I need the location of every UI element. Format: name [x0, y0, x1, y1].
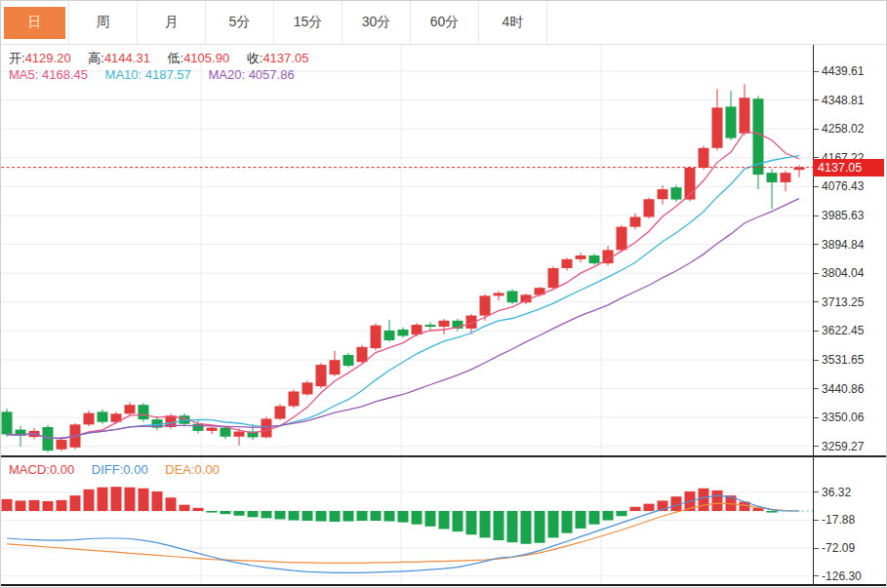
macd-bar — [425, 511, 436, 527]
candle-body — [480, 295, 491, 315]
candle-body — [548, 268, 559, 288]
candle-body — [630, 217, 641, 227]
candle-body — [671, 187, 682, 199]
ma20-line — [7, 199, 799, 439]
ohlc-legend: 开:4129.20 高:4144.31 低:4105.90 收:4137.05 — [9, 50, 322, 67]
candle-body — [726, 106, 737, 137]
price-axis-label: 3804.04 — [814, 265, 864, 281]
tab-4hour[interactable]: 4时 — [479, 1, 547, 44]
dea-value: 0.00 — [195, 462, 220, 477]
macd-bar — [139, 489, 149, 511]
macd-bar — [371, 511, 382, 521]
macd-bar — [2, 499, 13, 511]
macd-bar — [617, 511, 627, 516]
macd-bar — [507, 511, 518, 542]
tab-5min[interactable]: 5分 — [206, 1, 274, 44]
candle-body — [712, 107, 723, 147]
candle-body — [302, 382, 313, 394]
tab-month[interactable]: 月 — [138, 1, 206, 44]
tab-label: 日 — [28, 14, 42, 31]
macd-bar — [70, 495, 81, 511]
macd-bar — [234, 511, 245, 516]
candle-body — [384, 331, 395, 340]
low-value: 4105.90 — [183, 51, 229, 65]
candle-body — [221, 428, 231, 437]
macd-bar — [289, 511, 300, 521]
candle-body — [357, 347, 368, 362]
macd-axis: 36.32-17.88-72.09-126.30 — [813, 457, 886, 584]
close-label: 收: — [247, 51, 263, 65]
candle-body — [330, 360, 341, 374]
chart-widget: 日 周 月 5分 15分 30分 60分 4时 开:4129.20 高:4144… — [0, 0, 887, 588]
ma20-label: MA20: — [208, 67, 245, 82]
macd-bar — [152, 491, 163, 511]
candle-body — [425, 325, 436, 327]
macd-bar — [562, 511, 573, 533]
candle-body — [589, 255, 600, 263]
macd-bar — [603, 511, 614, 521]
candle-body — [98, 412, 108, 421]
price-axis-label: 4258.02 — [814, 121, 864, 137]
macd-bar — [166, 497, 177, 511]
macd-bar — [453, 511, 464, 531]
macd-bar — [548, 511, 559, 537]
price-axis-label: 3622.45 — [814, 323, 864, 338]
candle-body — [576, 255, 586, 259]
candle-body — [207, 428, 218, 431]
close-value: 4137.05 — [262, 51, 308, 65]
candle-body — [398, 330, 409, 336]
macd-bar — [111, 487, 122, 511]
ma10-label: MA10: — [105, 67, 142, 82]
ma5-label: MA5: — [9, 67, 38, 82]
macd-bar — [302, 511, 313, 521]
macd-bar — [316, 511, 327, 522]
tab-30min[interactable]: 30分 — [343, 1, 411, 44]
macd-bar — [248, 511, 259, 517]
tab-label: 周 — [97, 14, 110, 31]
candle-body — [740, 98, 750, 134]
macd-bar — [29, 500, 40, 511]
macd-bar — [699, 489, 709, 511]
candlestick-plot[interactable]: 开:4129.20 高:4144.31 低:4105.90 收:4137.05 … — [1, 45, 813, 455]
candle-body — [43, 427, 54, 451]
candle-body — [658, 189, 668, 199]
candle-body — [316, 365, 327, 386]
macd-bar — [466, 511, 477, 534]
macd-bar — [125, 488, 136, 511]
macd-legend: MACD:0.00 DIFF:0.00 DEA:0.00 — [9, 462, 233, 477]
price-axis-label: 3350.06 — [814, 410, 864, 425]
tab-day[interactable]: 日 — [1, 1, 69, 44]
candle-body — [2, 412, 13, 434]
candle-body — [439, 321, 450, 327]
candle-body — [139, 405, 149, 419]
macd-bar — [43, 501, 54, 511]
tab-label: 5分 — [229, 14, 251, 31]
current-price-badge: 4137.05 — [813, 159, 884, 176]
candle-body — [275, 406, 286, 418]
tab-60min[interactable]: 60分 — [411, 1, 479, 44]
price-axis-label: 3531.65 — [814, 352, 864, 368]
macd-bar — [576, 511, 586, 529]
macd-bar — [343, 511, 354, 522]
macd-bar — [221, 511, 231, 514]
tab-15min[interactable]: 15分 — [274, 1, 343, 44]
macd-bar — [439, 511, 450, 529]
tab-label: 15分 — [294, 14, 323, 31]
low-label: 低: — [168, 51, 184, 65]
candle-body — [262, 419, 272, 438]
macd-panel: MACD:0.00 DIFF:0.00 DEA:0.00 36.32-17.88… — [1, 457, 886, 586]
tab-week[interactable]: 周 — [69, 1, 138, 44]
dea-label: DEA: — [165, 462, 194, 477]
candle-body — [507, 291, 518, 302]
candle-body — [562, 259, 573, 268]
candlestick-chart — [1, 45, 814, 455]
ma5-line — [7, 132, 799, 438]
macd-bar — [384, 511, 395, 522]
ma10-value: 4187.57 — [145, 67, 191, 82]
macd-plot[interactable]: MACD:0.00 DIFF:0.00 DEA:0.00 — [1, 457, 813, 584]
candle-body — [699, 148, 709, 168]
macd-label: MACD: — [9, 462, 50, 477]
candle-body — [617, 227, 627, 251]
macd-bar — [275, 511, 286, 519]
open-label: 开: — [9, 51, 25, 65]
